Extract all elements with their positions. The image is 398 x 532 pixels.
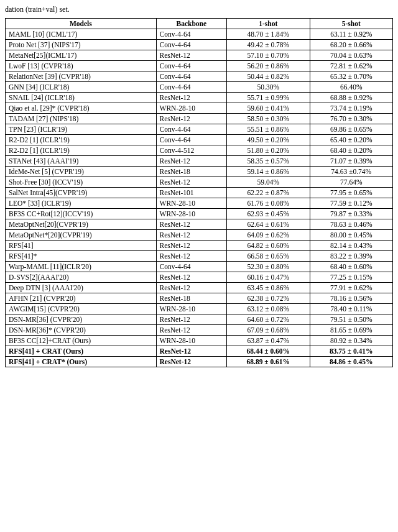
cell-backbone: ResNet-12: [156, 251, 226, 262]
cell-1shot: 59.14 ± 0.86%: [227, 167, 310, 177]
cell-model: MetaOptNet[20](CVPR'19): [6, 219, 157, 230]
cell-backbone: Conv-4-64: [156, 124, 226, 135]
cell-5shot: 83.75 ± 0.41%: [310, 346, 392, 357]
table-row: SNAIL [24] (ICLR'18)ResNet-1255.71 ± 0.9…: [6, 93, 393, 103]
col-backbone: Backbone: [156, 19, 226, 29]
cell-backbone: ResNet-12: [156, 357, 226, 367]
cell-backbone: ResNet-12: [156, 314, 226, 325]
highlight-row: RFS[41] + CRAT (Ours)ResNet-1268.44 ± 0.…: [6, 346, 393, 357]
cell-5shot: 81.65 ± 0.69%: [310, 325, 392, 336]
cell-model: D-SVS[2](AAAI'20): [6, 272, 157, 283]
cell-5shot: 77.64%: [310, 177, 392, 188]
cell-model: Deep DTN [3] (AAAI'20): [6, 283, 157, 293]
cell-backbone: ResNet-12: [156, 50, 226, 61]
cell-1shot: 62.38 ± 0.72%: [227, 293, 310, 304]
cell-model: TPN [23] (ICLR'19): [6, 124, 157, 135]
cell-backbone: Conv-4-64: [156, 29, 226, 40]
cell-1shot: 68.44 ± 0.60%: [227, 346, 310, 357]
table-row: IdeMe-Net [5] (CVPR'19)ResNet-1859.14 ± …: [6, 167, 393, 177]
cell-model: RFS[41]: [6, 241, 157, 251]
cell-5shot: 69.86 ± 0.65%: [310, 124, 392, 135]
cell-model: DSN-MR[36] (CVPR'20): [6, 314, 157, 325]
cell-5shot: 78.40 ± 0.11%: [310, 304, 392, 314]
cell-1shot: 64.09 ± 0.62%: [227, 230, 310, 241]
cell-model: BF3S CC+Rot[12](ICCV'19): [6, 209, 157, 219]
cell-1shot: 66.58 ± 0.65%: [227, 251, 310, 262]
cell-5shot: 68.40 ± 0.20%: [310, 145, 392, 156]
highlight-row: BF3S CC[12]+CRAT (Ours)WRN-28-1063.87 ± …: [6, 336, 393, 346]
table-row: R2-D2 [1] (ICLR'19)Conv-4-6449.50 ± 0.20…: [6, 135, 393, 145]
cell-backbone: Conv-4-64: [156, 135, 226, 145]
cell-model: Warp-MAML [11](ICLR'20): [6, 262, 157, 272]
cell-5shot: 74.63 ±0.74%: [310, 167, 392, 177]
cell-model: AWGIM[15] (CVPR'20): [6, 304, 157, 314]
cell-backbone: WRN-28-10: [156, 198, 226, 209]
cell-model: Qiao et al. [29]* (CVPR'18): [6, 103, 157, 114]
cell-5shot: 71.07 ± 0.39%: [310, 156, 392, 167]
cell-backbone: WRN-28-10: [156, 103, 226, 114]
cell-1shot: 60.16 ± 0.47%: [227, 272, 310, 283]
table-row: BF3S CC+Rot[12](ICCV'19)WRN-28-1062.93 ±…: [6, 209, 393, 219]
cell-1shot: 48.70 ± 1.84%: [227, 29, 310, 40]
table-row: D-SVS[2](AAAI'20)ResNet-1260.16 ± 0.47%7…: [6, 272, 393, 283]
cell-1shot: 57.10 ± 0.70%: [227, 50, 310, 61]
cell-1shot: 64.82 ± 0.60%: [227, 241, 310, 251]
cell-backbone: Conv-4-64: [156, 40, 226, 50]
cell-backbone: ResNet-12: [156, 346, 226, 357]
cell-1shot: 50.30%: [227, 82, 310, 93]
cell-backbone: Conv-4-64: [156, 82, 226, 93]
table-row: LwoF [13] (CVPR'18)Conv-4-6456.20 ± 0.86…: [6, 61, 393, 71]
table-row: Deep DTN [3] (AAAI'20)ResNet-1263.45 ± 0…: [6, 283, 393, 293]
col-5shot: 5-shot: [310, 19, 392, 29]
cell-backbone: ResNet-12: [156, 93, 226, 103]
table-row: STANet [43] (AAAI'19)ResNet-1258.35 ± 0.…: [6, 156, 393, 167]
cell-1shot: 49.42 ± 0.78%: [227, 40, 310, 50]
cell-5shot: 82.14 ± 0.43%: [310, 241, 392, 251]
cell-5shot: 80.00 ± 0.45%: [310, 230, 392, 241]
cell-model: LEO* [33] (ICLR'19): [6, 198, 157, 209]
cell-backbone: Conv-4-64: [156, 71, 226, 82]
cell-5shot: 79.51 ± 0.50%: [310, 314, 392, 325]
cell-backbone: ResNet-12: [156, 114, 226, 124]
col-1shot: 1-shot: [227, 19, 310, 29]
cell-1shot: 67.09 ± 0.68%: [227, 325, 310, 336]
cell-backbone: ResNet-12: [156, 283, 226, 293]
table-row: Warp-MAML [11](ICLR'20)Conv-4-6452.30 ± …: [6, 262, 393, 272]
cell-5shot: 83.22 ± 0.39%: [310, 251, 392, 262]
cell-1shot: 49.50 ± 0.20%: [227, 135, 310, 145]
col-models: Models: [6, 19, 157, 29]
table-row: LEO* [33] (ICLR'19)WRN-28-1061.76 ± 0.08…: [6, 198, 393, 209]
caption: dation (train+val) set.: [5, 5, 393, 14]
cell-backbone: ResNet-18: [156, 293, 226, 304]
cell-1shot: 59.60 ± 0.41%: [227, 103, 310, 114]
table-row: MetaOptNet[20](CVPR'19)ResNet-1262.64 ± …: [6, 219, 393, 230]
cell-5shot: 78.16 ± 0.56%: [310, 293, 392, 304]
cell-1shot: 51.80 ± 0.20%: [227, 145, 310, 156]
cell-1shot: 59.04%: [227, 177, 310, 188]
cell-model: RFS[41]*: [6, 251, 157, 262]
cell-1shot: 52.30 ± 0.80%: [227, 262, 310, 272]
cell-backbone: ResNet-12: [156, 272, 226, 283]
cell-backbone: Conv-4-64: [156, 262, 226, 272]
cell-backbone: ResNet-12: [156, 156, 226, 167]
cell-backbone: WRN-28-10: [156, 209, 226, 219]
table-row: TADAM [27] (NIPS'18)ResNet-1258.50 ± 0.3…: [6, 114, 393, 124]
table-row: MetaNet[25](ICML'17)ResNet-1257.10 ± 0.7…: [6, 50, 393, 61]
cell-5shot: 84.86 ± 0.45%: [310, 357, 392, 367]
table-row: AWGIM[15] (CVPR'20)WRN-28-1063.12 ± 0.08…: [6, 304, 393, 314]
cell-model: MetaOptNet*[20](CVPR'19): [6, 230, 157, 241]
cell-model: GNN [34] (ICLR'18): [6, 82, 157, 93]
table-row: Qiao et al. [29]* (CVPR'18)WRN-28-1059.6…: [6, 103, 393, 114]
cell-model: RelationNet [39] (CVPR'18): [6, 71, 157, 82]
cell-model: MAML [10] (ICML'17): [6, 29, 157, 40]
cell-1shot: 58.35 ± 0.57%: [227, 156, 310, 167]
cell-1shot: 63.45 ± 0.86%: [227, 283, 310, 293]
cell-backbone: ResNet-12: [156, 219, 226, 230]
cell-1shot: 55.51 ± 0.86%: [227, 124, 310, 135]
table-row: RelationNet [39] (CVPR'18)Conv-4-6450.44…: [6, 71, 393, 82]
cell-5shot: 65.32 ± 0.70%: [310, 71, 392, 82]
table-row: MetaOptNet*[20](CVPR'19)ResNet-1264.09 ±…: [6, 230, 393, 241]
cell-5shot: 76.70 ± 0.30%: [310, 114, 392, 124]
cell-5shot: 65.40 ± 0.20%: [310, 135, 392, 145]
cell-model: RFS[41] + CRAT* (Ours): [6, 357, 157, 367]
